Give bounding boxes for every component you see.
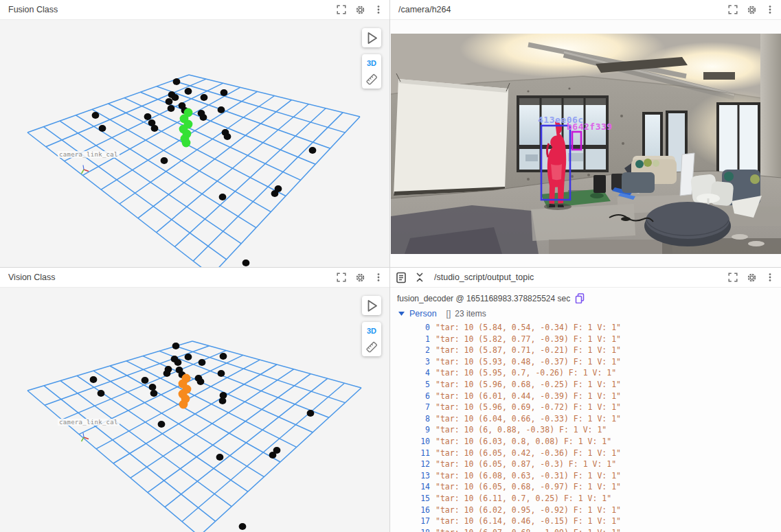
camera-pointer-tool-button[interactable]: [362, 296, 381, 315]
3d-viewport[interactable]: camera_link_cal 3D: [0, 288, 389, 532]
item-index: 16: [396, 505, 430, 516]
expand-caret-icon[interactable]: [398, 312, 405, 316]
panel-raw-messages: /studio_script/output_topic fusion_decod…: [390, 268, 781, 532]
item-index: 13: [396, 470, 430, 482]
panel-fusion-class: Fusion Class camera_link_cal 3D: [0, 0, 390, 268]
3d-viewport[interactable]: camera_link_cal 3D: [0, 20, 389, 267]
cluster-points: [179, 374, 192, 409]
list-item: 1"tar: 10 (5.82, 0.77, -0.39) F: 1 V: 1": [396, 334, 781, 345]
message-source-line: fusion_decoder @ 1651168983.378825524 se…: [396, 292, 781, 304]
item-index: 4: [396, 367, 430, 379]
more-kebab-icon[interactable]: [765, 4, 776, 15]
items-count: 23 items: [455, 309, 486, 319]
list-item: 16"tar: 10 (6.02, 0.95, -0.92) F: 1 V: 1…: [396, 505, 781, 516]
panel-header: Fusion Class: [0, 0, 389, 20]
item-value: "tar: 10 (5.96, 0.69, -0.72) F: 1 V: 1": [435, 402, 621, 413]
item-index: 18: [396, 527, 430, 532]
panel-title: /studio_script/output_topic: [434, 273, 727, 282]
item-index: 1: [396, 334, 430, 345]
frame-label: camera_link_cal: [58, 151, 120, 158]
item-index: 6: [396, 391, 430, 402]
3d-tool-group: 3D: [362, 54, 381, 89]
array-brackets: []: [446, 309, 451, 319]
panel-vision-class: Vision Class camera_link_cal 3D: [0, 268, 390, 532]
more-kebab-icon[interactable]: [765, 272, 776, 283]
list-item: 5"tar: 10 (5.96, 0.68, -0.25) F: 1 V: 1": [396, 379, 781, 391]
collapse-all-icon[interactable]: [414, 272, 425, 283]
copy-timestamp-icon[interactable]: [575, 293, 585, 303]
list-item: 8"tar: 10 (6.04, 0.66, -0.33) F: 1 V: 1": [396, 413, 781, 425]
panel-title: Vision Class: [8, 273, 336, 282]
item-index: 0: [396, 322, 430, 334]
item-index: 9: [396, 424, 430, 436]
list-item: 11"tar: 10 (6.05, 0.42, -0.36) F: 1 V: 1…: [396, 448, 781, 459]
item-value: "tar: 10 (6.02, 0.95, -0.92) F: 1 V: 1": [435, 505, 621, 516]
camera-image: 413ee06cb642f339: [391, 34, 781, 254]
frame-label: camera_link_cal: [58, 419, 120, 426]
list-item: 6"tar: 10 (6.01, 0.44, -0.39) F: 1 V: 1": [396, 391, 781, 402]
3d-mode-button[interactable]: 3D: [367, 59, 376, 67]
item-value: "tar: 10 (6.05, 0.68, -0.97) F: 1 V: 1": [435, 481, 621, 493]
fullscreen-icon[interactable]: [336, 4, 347, 15]
item-value: "tar: 10 (5.93, 0.48, -0.37) F: 1 V: 1": [435, 356, 621, 368]
item-index: 3: [396, 356, 430, 368]
raw-message-body: fusion_decoder @ 1651168983.378825524 se…: [390, 288, 781, 532]
settings-gear-icon[interactable]: [746, 4, 757, 15]
fullscreen-icon[interactable]: [727, 272, 738, 283]
scatter-points: [90, 343, 315, 530]
panel-camera: /camera/h264: [390, 0, 781, 268]
copy-message-icon[interactable]: [396, 272, 407, 283]
camera-photo-scene: [391, 34, 781, 254]
item-value: "tar: 10 (6.05, 0.42, -0.36) F: 1 V: 1": [435, 448, 621, 459]
3d-tool-group: 3D: [362, 322, 381, 356]
panel-header: /studio_script/output_topic: [390, 268, 781, 288]
camera-image-area[interactable]: 413ee06cb642f339: [390, 20, 781, 267]
message-item-list: 0"tar: 10 (5.84, 0.54, -0.34) F: 1 V: 1"…: [396, 322, 781, 532]
panel-title: Fusion Class: [8, 5, 336, 14]
3d-mode-button[interactable]: 3D: [367, 327, 376, 335]
fusion-scatter-plot: [0, 20, 389, 267]
settings-gear-icon[interactable]: [354, 4, 365, 15]
fullscreen-icon[interactable]: [336, 272, 347, 283]
fullscreen-icon[interactable]: [727, 4, 738, 15]
vision-scatter-plot: [0, 288, 389, 532]
item-value: "tar: 10 (5.82, 0.77, -0.39) F: 1 V: 1": [435, 334, 621, 345]
grid-lines: [27, 75, 360, 267]
field-name[interactable]: Person: [409, 309, 437, 319]
list-item: 2"tar: 10 (5.87, 0.71, -0.21) F: 1 V: 1": [396, 345, 781, 356]
item-index: 2: [396, 345, 430, 356]
list-item: 0"tar: 10 (5.84, 0.54, -0.34) F: 1 V: 1": [396, 322, 781, 334]
foxglove-layout: Fusion Class camera_link_cal 3D: [0, 0, 781, 532]
item-value: "tar: 10 (6.04, 0.66, -0.33) F: 1 V: 1": [435, 413, 621, 425]
item-index: 7: [396, 402, 430, 413]
item-index: 11: [396, 448, 430, 459]
item-index: 15: [396, 493, 430, 505]
list-item: 13"tar: 10 (6.08, 0.63, -0.31) F: 1 V: 1…: [396, 470, 781, 482]
item-index: 8: [396, 413, 430, 425]
item-index: 12: [396, 459, 430, 470]
grid-lines: [27, 341, 361, 532]
list-item: 12"tar: 10 (6.05, 0.87, -0.3) F: 1 V: 1": [396, 459, 781, 470]
item-value: "tar: 10 (5.87, 0.71, -0.21) F: 1 V: 1": [435, 345, 621, 356]
source-timestamp: fusion_decoder @ 1651168983.378825524 se…: [397, 294, 570, 303]
list-item: 10"tar: 10 (6.03, 0.8, 0.08) F: 1 V: 1": [396, 436, 781, 448]
list-item: 4"tar: 10 (5.95, 0.7, -0.26) F: 1 V: 1": [396, 367, 781, 379]
list-item: 3"tar: 10 (5.93, 0.48, -0.37) F: 1 V: 1": [396, 356, 781, 368]
item-value: "tar: 10 (6.01, 0.44, -0.39) F: 1 V: 1": [435, 391, 621, 402]
axis-triad-icon: [78, 164, 89, 175]
settings-gear-icon[interactable]: [746, 272, 757, 283]
measure-ruler-icon[interactable]: [366, 341, 377, 352]
more-kebab-icon[interactable]: [373, 4, 384, 15]
camera-pointer-tool-button[interactable]: [362, 28, 381, 47]
item-value: "tar: 10 (6.11, 0.7, 0.25) F: 1 V: 1": [435, 493, 611, 505]
axis-triad-icon: [78, 432, 89, 443]
item-value: "tar: 10 (5.96, 0.68, -0.25) F: 1 V: 1": [435, 379, 621, 391]
measure-ruler-icon[interactable]: [366, 73, 377, 84]
settings-gear-icon[interactable]: [354, 272, 365, 283]
item-index: 5: [396, 379, 430, 391]
item-value: "tar: 10 (6.14, 0.46, -0.15) F: 1 V: 1": [435, 516, 621, 527]
list-item: 15"tar: 10 (6.11, 0.7, 0.25) F: 1 V: 1": [396, 493, 781, 505]
cursor-arrow-icon: [362, 28, 381, 47]
item-value: "tar: 10 (5.84, 0.54, -0.34) F: 1 V: 1": [435, 322, 621, 334]
more-kebab-icon[interactable]: [373, 272, 384, 283]
